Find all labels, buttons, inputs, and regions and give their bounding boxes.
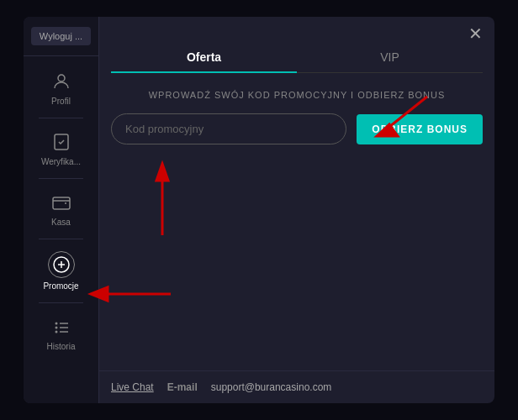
- wallet-icon: [50, 191, 73, 214]
- modal-header: ✕: [99, 17, 494, 42]
- svg-point-8: [55, 327, 57, 329]
- sidebar-label-historia: Historia: [47, 342, 76, 351]
- sidebar: Wyloguj ... Profil Weryfika...: [24, 17, 99, 403]
- sidebar-item-kasa[interactable]: Kasa: [24, 181, 98, 237]
- promo-description: WPROWADŹ SWÓJ KOD PROMOCYJNY I ODBIERZ B…: [111, 90, 483, 100]
- divider: [39, 302, 83, 303]
- user-icon: [50, 70, 73, 93]
- sidebar-label-promocje: Promocje: [43, 281, 78, 291]
- svg-point-0: [58, 75, 65, 81]
- sidebar-item-profil[interactable]: Profil: [24, 60, 98, 116]
- promo-content: WPROWADŹ SWÓJ KOD PROMOCYJNY I ODBIERZ B…: [99, 73, 494, 370]
- sidebar-item-weryfikacja[interactable]: Weryfika...: [24, 120, 98, 176]
- verify-icon: [50, 130, 73, 154]
- claim-bonus-button[interactable]: ODBIERZ BONUS: [357, 114, 483, 144]
- promo-code-input[interactable]: [111, 113, 346, 144]
- tab-vip[interactable]: VIP: [297, 42, 483, 72]
- logout-button[interactable]: Wyloguj ...: [31, 27, 91, 45]
- divider: [39, 239, 83, 239]
- live-chat-link[interactable]: Live Chat: [111, 381, 154, 393]
- sidebar-label-kasa: Kasa: [51, 218, 71, 227]
- sidebar-label-profil: Profil: [51, 97, 71, 106]
- list-icon: [50, 315, 73, 339]
- svg-point-6: [55, 323, 57, 325]
- divider: [39, 178, 83, 179]
- plus-circle-icon: [48, 251, 75, 278]
- email-label: E-mail: [167, 381, 198, 393]
- tabs: Oferta VIP: [111, 42, 483, 73]
- overlay: Wyloguj ... Profil Weryfika...: [0, 0, 518, 420]
- svg-point-10: [55, 331, 57, 333]
- sidebar-item-historia[interactable]: Historia: [24, 305, 98, 361]
- email-value: support@burancasino.com: [211, 381, 332, 393]
- sidebar-top: Wyloguj ...: [24, 17, 98, 56]
- sidebar-item-promocje[interactable]: Promocje: [24, 241, 98, 301]
- sidebar-label-weryfikacja: Weryfika...: [41, 157, 81, 166]
- modal: Wyloguj ... Profil Weryfika...: [24, 17, 494, 403]
- divider: [39, 118, 83, 118]
- close-button[interactable]: ✕: [468, 25, 483, 42]
- svg-rect-2: [53, 197, 70, 209]
- modal-footer: Live Chat E-mail support@burancasino.com: [99, 370, 494, 403]
- tab-oferta[interactable]: Oferta: [111, 42, 297, 72]
- promo-row: ODBIERZ BONUS: [111, 113, 483, 144]
- main-content: ✕ Oferta VIP WPROWADŹ SWÓJ KOD PROMOCYJN…: [99, 17, 494, 403]
